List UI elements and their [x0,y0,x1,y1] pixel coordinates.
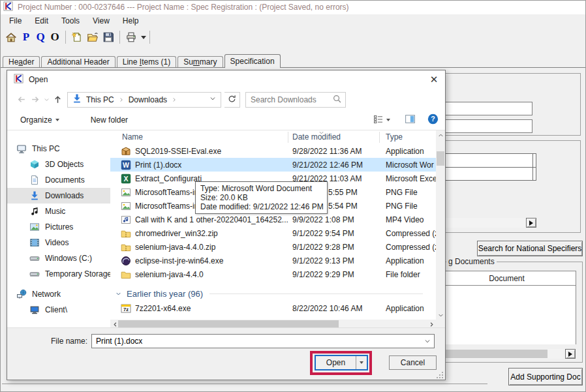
app-logo-icon [3,1,13,13]
preview-pane-icon[interactable] [405,113,416,127]
sidebar-item-videos[interactable]: Videos [7,235,110,250]
group-collapse-icon[interactable] [115,290,122,297]
file-date-modified: 9/1/2022 9:54 PM [292,229,386,238]
cancel-button[interactable]: Cancel [389,355,437,370]
menu-item-tools[interactable]: Tools [55,14,86,27]
bg-hscrollbar-1[interactable] [446,218,536,228]
menu-item-edit[interactable]: Edit [28,14,55,27]
file-date-modified: 8/22/2022 10:46 AM [292,304,386,313]
sidebar-item-label: Music [45,207,65,216]
up-icon[interactable] [50,93,65,107]
toolbar-letter-o-button[interactable]: O [48,31,62,44]
file-row-call-with-k-and-1-other-20220401-164252[interactable]: Call with K and 1 other-20220401_164252.… [110,213,436,226]
view-list-icon[interactable] [373,114,384,127]
tab-strip: HeaderAdditional HeaderLine Items (1)Sum… [3,54,282,67]
file-date-modified: 9/1/2022 9:13 PM [292,256,386,265]
breadcrumb: This PCDownloads [86,95,177,104]
new-document-icon[interactable] [69,29,85,45]
tab-content-border [0,67,586,68]
breadcrumb-this-pc[interactable]: This PC [86,95,114,104]
file-row-chromedriver-win32-zip[interactable]: chromedriver_win32.zip9/1/2022 9:54 PMCo… [110,226,436,240]
new-folder-label: New folder [91,115,128,125]
file-name-dropdown-icon[interactable] [421,337,434,345]
sidebar-item-music[interactable]: Music [7,204,110,219]
open-file-icon[interactable] [85,29,100,45]
resize-grip-icon[interactable] [437,371,443,378]
sidebar-item-label: Temporary Storage [45,269,110,279]
clientpc-icon [29,305,40,315]
menu-item-view[interactable]: View [86,14,116,27]
search-input[interactable] [246,95,332,104]
sidebar-item-windows-c[interactable]: Windows (C:) [7,250,110,266]
sidebar-item-temporary-storage[interactable]: Temporary Storage [7,266,110,282]
sidebar-item-downloads[interactable]: Downloads [7,188,110,204]
recent-locations-icon[interactable] [42,93,50,107]
file-date-modified: 9/28/2022 11:36 AM [292,147,386,156]
file-name: chromedriver_win32.zip [135,229,292,238]
scroll-down-icon[interactable] [436,310,445,320]
print-icon[interactable] [123,29,139,45]
view-dropdown-icon[interactable] [386,119,390,121]
address-bar[interactable]: This PCDownloads [67,92,221,108]
refresh-button[interactable] [224,92,240,108]
address-dropdown-icon[interactable] [209,95,217,104]
sidebar-item-network[interactable]: Network [7,286,110,302]
group-header-earlier-this-year[interactable]: Earlier this year (96) [110,281,436,301]
tab-header[interactable]: Header [3,56,40,67]
sidebar-item-pictures[interactable]: Pictures [7,219,110,235]
svg-text:W: W [123,161,129,169]
file-row-selenium-java-4-4-0[interactable]: selenium-java-4.4.09/1/2022 9:29 PMFile … [110,267,436,281]
tab-specification[interactable]: Specification [224,54,281,68]
column-header-type[interactable]: Type [386,132,403,142]
folder-file-icon [121,269,131,280]
app-titlebar: Project Number : 000-0237646 --- Project… [0,0,586,14]
vertical-scrollbar[interactable] [436,130,445,320]
vscroll-thumb[interactable] [437,151,444,166]
file-name: SQL2019-SSEI-Eval.exe [135,147,292,156]
tab-summary[interactable]: Summary [177,56,223,67]
sidebar-item-documents[interactable]: Documents [7,172,110,188]
toolbar-letter-p-button[interactable]: P [19,31,33,44]
organize-button[interactable]: Organize [20,115,59,125]
file-name: selenium-java-4.4.0.zip [135,243,292,252]
bg-scroll-right-button-2[interactable] [565,349,576,359]
new-folder-button[interactable]: New folder [91,115,128,125]
file-row-selenium-java-4-4-0-zip[interactable]: selenium-java-4.4.0.zip9/1/2022 9:28 PMC… [110,240,436,254]
back-icon[interactable] [14,93,28,107]
file-row-sql2019-ssei-eval-exe[interactable]: SQL2019-SSEI-Eval.exe9/28/2022 11:36 AMA… [110,144,436,158]
navigation-bar: This PCDownloads [7,91,445,108]
file-tooltip: Type: Microsoft Word DocumentSize: 20.0 … [195,181,328,214]
column-header-name[interactable]: Name [122,132,143,142]
sidebar-item-3d-objects[interactable]: 3D Objects [7,157,110,172]
file-row-7z2201-x64-exe[interactable]: 7z7z2201-x64.exe8/22/2022 10:46 AMApplic… [110,301,436,315]
menu-item-help[interactable]: Help [116,14,146,27]
close-icon[interactable]: ✕ [423,71,445,88]
breadcrumb-downloads[interactable]: Downloads [129,95,167,104]
tab-line-items-1[interactable]: Line Items (1) [117,56,176,67]
tab-additional-header[interactable]: Additional Header [41,56,115,67]
save-icon[interactable] [100,29,116,45]
file-name-input[interactable] [92,337,421,346]
sidebar-item-label: Videos [45,238,69,247]
sidebar-item-this-pc[interactable]: This PC [7,141,110,157]
scroll-up-icon[interactable] [436,130,445,140]
home-icon[interactable] [3,29,19,45]
svg-text:X: X [123,175,128,183]
sidebar-item-client[interactable]: Client\ [7,302,110,318]
help-icon[interactable]: ? [427,113,439,127]
toolbar-separator [149,31,150,44]
bg-scroll-right-button-1[interactable] [526,218,536,228]
video-file-icon [121,215,131,225]
file-type: Application [386,147,436,156]
column-header-date[interactable]: Date modified [292,132,341,142]
search-national-specifiers-button[interactable]: Search for National Specifiers [477,241,583,256]
forward-icon[interactable] [28,93,42,107]
menu-item-file[interactable]: File [3,14,28,27]
print-dropdown-icon[interactable] [141,36,146,39]
cube-icon [29,159,40,170]
file-row-eclipse-inst-jre-win64-exe[interactable]: eclipse-inst-jre-win64.exe9/1/2022 9:13 … [110,254,436,267]
group-header-rule [209,294,423,294]
add-supporting-doc-button[interactable]: Add Supporting Doc [508,368,583,385]
file-row-print-1-docx[interactable]: WPrint (1).docx9/21/2022 12:46 PMMicroso… [110,158,436,172]
toolbar-letter-q-button[interactable]: Q [33,31,48,44]
